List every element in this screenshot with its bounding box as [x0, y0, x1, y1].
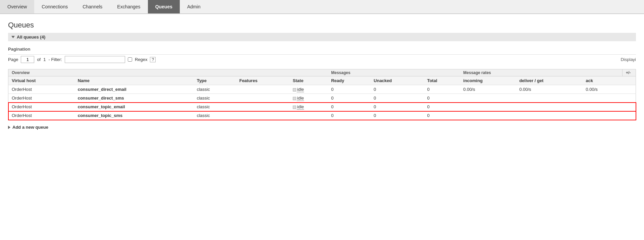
nav-item-exchanges[interactable]: Exchanges: [110, 0, 148, 13]
of-label: of: [37, 57, 41, 62]
table-cell: 0: [370, 85, 424, 94]
collapse-icon: [11, 36, 15, 38]
col-header-row: Virtual host Name Type Features State Re…: [8, 76, 636, 85]
table-cell: 0: [328, 94, 370, 103]
messages-group-header: Messages: [328, 69, 460, 76]
table-cell: consumer_topic_sms: [74, 111, 194, 120]
table-cell: [582, 103, 622, 111]
col-ack: ack: [582, 76, 622, 85]
table-cell: [289, 111, 328, 120]
table-cell: 0.00/s: [460, 85, 516, 94]
of-value: 1: [43, 57, 46, 62]
table-row[interactable]: OrderHostconsumer_direct_smsclassicidle0…: [8, 94, 636, 103]
col-virtual-host: Virtual host: [8, 76, 74, 85]
table-cell: 0: [424, 103, 460, 111]
table-cell: classic: [194, 94, 236, 103]
table-cell: 0: [328, 103, 370, 111]
table-cell: [582, 94, 622, 103]
add-queue-label[interactable]: Add a new queue: [12, 125, 48, 130]
table-cell: 0.00/s: [516, 85, 582, 94]
nav-item-connections[interactable]: Connections: [34, 0, 75, 13]
table-cell: [623, 94, 636, 103]
regex-checkbox[interactable]: [128, 57, 132, 62]
table-cell: OrderHost: [8, 111, 74, 120]
display-text: Displayi: [621, 57, 636, 62]
table-cell: [623, 103, 636, 111]
filter-label: - Filter:: [48, 57, 62, 62]
nav-item-admin[interactable]: Admin: [180, 0, 208, 13]
table-cell: [236, 94, 289, 103]
table-cell: [236, 103, 289, 111]
table-cell: 0: [424, 111, 460, 120]
col-state: State: [289, 76, 328, 85]
col-type: Type: [194, 76, 236, 85]
table-cell: [460, 111, 516, 120]
nav-item-channels[interactable]: Channels: [75, 0, 110, 13]
page-title: Queues: [8, 21, 636, 29]
col-unacked: Unacked: [370, 76, 424, 85]
table-cell: [516, 103, 582, 111]
table-cell: idle: [289, 103, 328, 111]
table-cell: [516, 94, 582, 103]
col-deliver-get: deliver / get: [516, 76, 582, 85]
table-cell: [460, 103, 516, 111]
table-cell: consumer_direct_email: [74, 85, 194, 94]
pagination-label: Pagination: [8, 47, 636, 52]
table-cell: 0: [370, 94, 424, 103]
table-cell: consumer_direct_sms: [74, 94, 194, 103]
table-cell: classic: [194, 85, 236, 94]
overview-group-header: Overview: [8, 69, 328, 76]
col-total: Total: [424, 76, 460, 85]
table-cell: OrderHost: [8, 85, 74, 94]
expand-add-queue-icon: [8, 126, 10, 129]
table-cell: [582, 111, 622, 120]
col-ready: Ready: [328, 76, 370, 85]
table-row[interactable]: OrderHostconsumer_direct_emailclassicidl…: [8, 85, 636, 94]
message-rates-group-header: Message rates: [460, 69, 622, 76]
table-cell: [623, 111, 636, 120]
table-cell: [236, 111, 289, 120]
table-cell: 0: [424, 94, 460, 103]
table-cell: 0: [328, 85, 370, 94]
table-cell: [460, 94, 516, 103]
queue-table: Overview Messages Message rates +/- Virt…: [8, 69, 636, 120]
table-cell: classic: [194, 103, 236, 111]
all-queues-section-header[interactable]: All queues (4): [8, 33, 636, 41]
table-cell: classic: [194, 111, 236, 120]
table-cell: [623, 85, 636, 94]
table-cell: 0: [328, 111, 370, 120]
regex-label: Regex: [135, 57, 148, 62]
table-cell: 0: [370, 103, 424, 111]
col-name: Name: [74, 76, 194, 85]
add-queue-section[interactable]: Add a new queue: [8, 125, 636, 130]
table-cell: 0: [370, 111, 424, 120]
group-header-row: Overview Messages Message rates +/-: [8, 69, 636, 76]
table-cell: idle: [289, 85, 328, 94]
col-incoming: incoming: [460, 76, 516, 85]
page-content: Queues All queues (4) Pagination Page of…: [0, 14, 644, 136]
table-cell: 0.00/s: [582, 85, 622, 94]
table-cell: [516, 111, 582, 120]
table-cell: consumer_topic_email: [74, 103, 194, 111]
table-cell: [236, 85, 289, 94]
nav-bar: OverviewConnectionsChannelsExchangesQueu…: [0, 0, 644, 14]
table-cell: OrderHost: [8, 103, 74, 111]
filter-input[interactable]: [65, 56, 125, 63]
table-cell: 0: [424, 85, 460, 94]
nav-item-queues[interactable]: Queues: [148, 0, 180, 13]
table-cell: idle: [289, 94, 328, 103]
pagination-row: Page of 1 - Filter: Regex ? Displayi: [8, 56, 636, 63]
regex-help[interactable]: ?: [150, 57, 156, 62]
page-label: Page: [8, 57, 18, 62]
nav-item-overview[interactable]: Overview: [0, 0, 34, 13]
page-input[interactable]: [21, 56, 34, 63]
table-cell: OrderHost: [8, 94, 74, 103]
table-row[interactable]: OrderHostconsumer_topic_emailclassicidle…: [8, 103, 636, 111]
all-queues-label: All queues (4): [17, 35, 45, 40]
table-row[interactable]: OrderHostconsumer_topic_smsclassic000: [8, 111, 636, 120]
col-features: Features: [236, 76, 289, 85]
col-plus-minus-empty: [623, 76, 636, 85]
plus-minus-header[interactable]: +/-: [623, 69, 636, 76]
